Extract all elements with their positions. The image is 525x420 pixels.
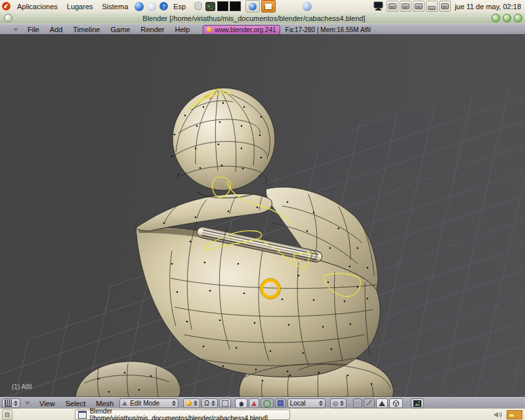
desktop-icon (5, 412, 10, 417)
scale-button[interactable] (275, 398, 286, 408)
hand-icon (238, 400, 245, 407)
drive-button[interactable] (413, 1, 425, 12)
spinner-arrows-icon (14, 400, 18, 406)
dark-app-icon[interactable] (230, 1, 241, 11)
mode-dropdown[interactable]: Edit Mode (119, 398, 178, 408)
window-menu-icon[interactable] (4, 14, 12, 22)
clock-icon[interactable] (146, 1, 157, 11)
svg-text:?: ? (162, 3, 165, 10)
vertex-dots-icon: ∷ (356, 400, 360, 406)
hand-button[interactable] (235, 398, 247, 408)
menu-file[interactable]: File (22, 26, 45, 33)
maximize-button[interactable] (503, 14, 511, 22)
volume-icon[interactable] (494, 411, 503, 419)
face-select-button[interactable] (376, 398, 388, 408)
package-icon[interactable] (192, 1, 203, 11)
pivot-omega-icon: Ω (204, 400, 209, 407)
rotate-button[interactable] (261, 398, 274, 408)
svg-text:>_: >_ (207, 4, 213, 9)
window-icon (78, 411, 87, 419)
panel-clock[interactable]: jue 11 de may, 02:18 (455, 3, 521, 10)
drive-button[interactable] (439, 1, 451, 12)
menu-view[interactable]: View (34, 400, 60, 408)
menu-aplicaciones[interactable]: Aplicaciones (12, 0, 62, 12)
blender-logo-icon (207, 27, 212, 32)
minimize-button[interactable] (492, 14, 500, 22)
rotate-circle-icon (263, 400, 271, 408)
image-icon (413, 400, 421, 407)
window-title: Blender [/home/viriathus/mis_documentos/… (16, 14, 492, 22)
browser-globe-icon[interactable] (133, 1, 144, 11)
pivot-button[interactable]: Ω (201, 398, 217, 408)
windowlist-active-window-icon[interactable] (261, 0, 276, 12)
face-triangle-icon (379, 401, 385, 406)
viewport-type-dropdown[interactable] (2, 398, 20, 408)
dashed-square-icon (222, 400, 228, 407)
mesh-scene (0, 34, 525, 397)
shaded-sphere-icon (186, 400, 192, 406)
menu-timeline[interactable]: Timeline (68, 26, 105, 33)
vertex-select-button[interactable]: ∷ (353, 398, 362, 408)
distro-logo-icon[interactable] (1, 1, 12, 11)
header-collapse-icon[interactable] (25, 402, 30, 405)
dark-app-icon[interactable] (217, 1, 228, 11)
menu-add[interactable]: Add (45, 26, 68, 33)
taskbar-window-button[interactable]: Blender [/home/viriathus/mis_documentos/… (75, 410, 290, 420)
draw-mode-button[interactable] (183, 398, 200, 408)
desktop-screen: { "colors": { "selection_yellow": "#e8e0… (0, 0, 525, 420)
menu-select[interactable]: Select (60, 400, 91, 408)
render-preview-button[interactable] (411, 398, 424, 408)
show-desktop-button[interactable] (2, 410, 12, 420)
windowlist-globe-icon[interactable] (245, 0, 260, 12)
edge-select-button[interactable] (364, 398, 375, 408)
keyboard-layout-indicator[interactable]: Esp (170, 0, 189, 12)
menu-mesh[interactable]: Mesh (91, 400, 119, 408)
header-collapse-icon[interactable] (13, 28, 18, 32)
orientation-dropdown[interactable]: Local (287, 398, 326, 408)
workspace-pager[interactable] (507, 410, 522, 419)
scale-square-icon (278, 400, 284, 406)
bottom-taskbar: Blender [/home/viriathus/mis_documentos/… (0, 408, 525, 420)
monitor-icon[interactable] (373, 1, 385, 11)
cube-icon (392, 399, 400, 408)
mesh-lip (136, 194, 272, 231)
edit-mode-icon (122, 401, 127, 406)
close-button[interactable] (514, 14, 522, 22)
translate-triangle-icon (251, 401, 257, 406)
scene-stats-label: Fa:17-280 | Mem:16.55M Alfil (285, 26, 371, 33)
drive-button[interactable] (387, 1, 398, 12)
menu-lugares[interactable]: Lugares (62, 0, 98, 12)
menu-game[interactable]: Game (105, 26, 135, 33)
help-icon[interactable]: ? (158, 1, 169, 11)
object-name-label: (1) Alfil (12, 383, 32, 390)
bullseye-icon: ◎ (333, 400, 339, 407)
viewport-3d[interactable]: (1) Alfil (0, 34, 525, 397)
edge-line-icon (366, 400, 372, 406)
menu-help[interactable]: Help (170, 26, 196, 33)
occlude-button[interactable] (389, 398, 403, 408)
menu-render[interactable]: Render (135, 26, 169, 33)
window-titlebar[interactable]: Blender [/home/viriathus/mis_documentos/… (0, 12, 525, 24)
network-globe-icon[interactable] (301, 1, 312, 11)
manipulator-toggle[interactable] (219, 398, 231, 408)
terminal-icon[interactable]: >_ (205, 1, 216, 11)
menu-sistema[interactable]: Sistema (98, 0, 133, 12)
snap-circle-button[interactable]: ◎ (330, 398, 347, 408)
desktop-panel: Aplicaciones Lugares Sistema ? Esp >_ ju… (0, 0, 525, 13)
drive-button[interactable] (426, 1, 438, 12)
blender-version-button[interactable]: www.blender.org 241 (203, 25, 280, 35)
translate-button[interactable] (249, 398, 259, 408)
grid-icon (5, 400, 12, 407)
drive-button[interactable] (400, 1, 411, 12)
